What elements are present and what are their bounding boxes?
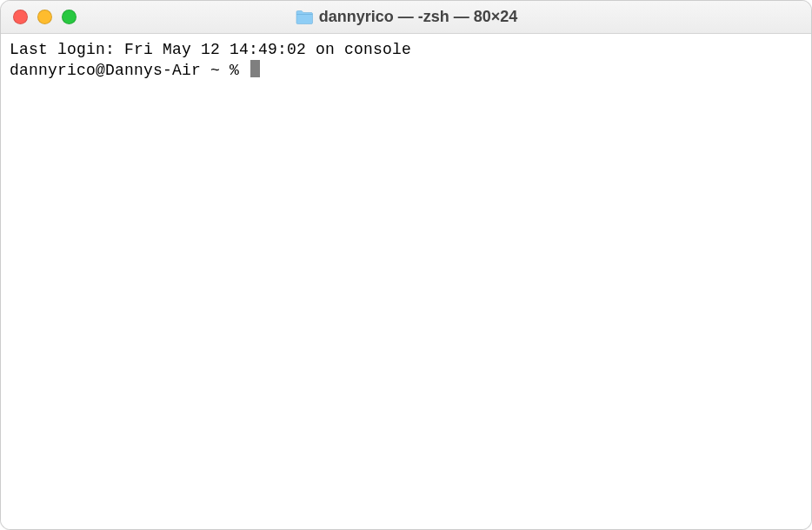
terminal-content[interactable]: Last login: Fri May 12 14:49:02 on conso… bbox=[1, 34, 811, 529]
traffic-lights bbox=[13, 10, 77, 24]
cursor bbox=[250, 60, 260, 77]
titlebar: dannyrico — -zsh — 80×24 bbox=[1, 1, 811, 34]
last-login-text: Last login: Fri May 12 14:49:02 on conso… bbox=[10, 41, 411, 58]
minimize-button[interactable] bbox=[37, 10, 52, 24]
terminal-window: dannyrico — -zsh — 80×24 Last login: Fri… bbox=[0, 0, 812, 530]
window-title-container: dannyrico — -zsh — 80×24 bbox=[1, 8, 811, 26]
maximize-button[interactable] bbox=[62, 10, 77, 24]
close-button[interactable] bbox=[13, 10, 28, 24]
shell-prompt: dannyrico@Dannys-Air ~ % bbox=[10, 62, 249, 79]
folder-icon bbox=[295, 10, 314, 25]
window-title: dannyrico — -zsh — 80×24 bbox=[319, 8, 518, 26]
